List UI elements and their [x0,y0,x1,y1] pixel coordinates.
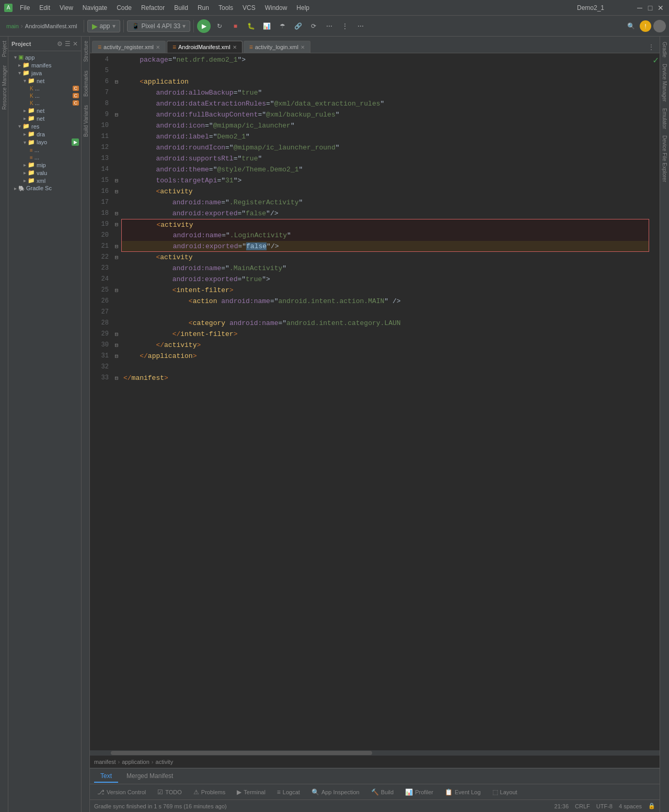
more-button-3[interactable]: ⋯ [354,19,367,33]
breadcrumb-manifest[interactable]: manifest [94,759,116,765]
panel-close-icon[interactable]: ✕ [73,40,78,48]
bottom-tab-build[interactable]: 🔨 Build [366,786,399,798]
tree-item-c1[interactable]: K ... C [8,85,81,92]
panel-expand-icon[interactable]: ☰ [65,40,71,48]
menu-tools[interactable]: Tools [214,3,237,13]
right-sidebar: Gradle Device Manager Emulator Device Fi… [660,37,669,812]
tree-item-mipmap[interactable]: ▸ 📁 mip [8,161,81,169]
menu-view[interactable]: View [55,3,77,13]
sync-button[interactable]: ⟳ [307,19,320,33]
tabs-overflow-button[interactable]: ⋮ [645,41,658,53]
device-file-tab[interactable]: Device File Explorer [660,132,669,185]
device-dropdown[interactable]: 📱 Pixel 4 API 33 ▾ [127,20,191,32]
gutter-18: ⊟ [112,208,121,219]
status-time[interactable]: 21:36 [555,803,569,809]
menu-build[interactable]: Build [170,3,192,13]
attach-button[interactable]: 🔗 [291,19,305,33]
bottom-tab-terminal[interactable]: ▶ Terminal [232,786,271,798]
menu-navigate[interactable]: Navigate [78,3,111,13]
tab-login-close[interactable]: ✕ [301,44,305,50]
tree-item-net-2[interactable]: ▸ 📁 net [8,107,81,114]
project-tab-label[interactable]: Project [0,37,8,61]
avatar[interactable] [653,20,666,32]
build-variants-tab-label[interactable]: Build Variants [82,101,89,141]
tree-item-label: net [37,78,44,84]
bottom-tab-profiler[interactable]: 📊 Profiler [400,786,439,798]
tree-item-xml-2[interactable]: ≡ ... [8,154,81,161]
tree-item-net-3[interactable]: ▸ 📁 net [8,114,81,122]
menu-vcs[interactable]: VCS [238,3,260,13]
menu-run[interactable]: Run [193,3,213,13]
refresh-button[interactable]: ↻ [213,19,226,33]
menu-refactor[interactable]: Refactor [137,3,169,13]
bottom-tab-layout[interactable]: ⬚ Layout [487,786,523,798]
tab-manifest[interactable]: ≡ AndroidManifest.xml ✕ [167,41,243,53]
kotlin-icon: K [30,93,33,99]
menu-window[interactable]: Window [261,3,292,13]
notifications-button[interactable]: ! [640,20,651,32]
status-indent[interactable]: 4 spaces [619,803,642,809]
bottom-tab-version-control[interactable]: ⎇ Version Control [92,786,151,798]
tree-item-manifests[interactable]: ▸ 📁 manifes [8,61,81,69]
debug-button[interactable]: 🐛 [244,19,258,33]
event-log-label: Event Log [455,789,481,795]
sub-tab-text[interactable]: Text [94,770,118,783]
tab-login[interactable]: ≡ activity_login.xml ✕ [244,41,310,53]
tree-item-values[interactable]: ▸ 📁 valu [8,169,81,177]
menu-file[interactable]: File [16,3,34,13]
tab-register-close[interactable]: ✕ [156,44,160,50]
panel-settings-icon[interactable]: ⚙ [57,40,63,48]
menu-code[interactable]: Code [112,3,136,13]
menu-help[interactable]: Help [292,3,314,13]
tree-item-layout[interactable]: ▾ 📁 layo ▶ [8,138,81,146]
tree-item-label: valu [37,170,47,176]
bottom-tab-todo[interactable]: ☑ TODO [152,786,187,798]
tab-register[interactable]: ≡ activity_register.xml ✕ [92,41,166,53]
search-button[interactable]: 🔍 [624,19,638,33]
bookmarks-tab-label[interactable]: Bookmarks [82,66,89,101]
tree-item-res[interactable]: ▾ 📁 res [8,122,81,130]
breadcrumb-activity[interactable]: activity [156,759,174,765]
dropdown-arrow-icon: ▾ [112,22,116,30]
stop-button[interactable]: ■ [228,19,242,33]
tree-item-gradle[interactable]: ▸ 🐘 Gradle Sc [8,184,81,192]
tree-item-drawable[interactable]: ▸ 📁 dra [8,130,81,138]
tree-item-java[interactable]: ▾ 📁 java [8,69,81,77]
tree-item-net-1[interactable]: ▾ 📁 net [8,77,81,85]
code-content[interactable]: package="net.drf.demo2_1"> <application … [121,53,660,750]
status-git-icon: 🔒 [648,803,655,809]
code-line-5 [121,65,649,76]
maximize-button[interactable]: □ [646,4,654,12]
tree-item-xml-1[interactable]: ≡ ... [8,146,81,154]
more-actions-button[interactable]: ⋯ [322,19,336,33]
structure-tab-label[interactable]: Structure [82,37,89,66]
bottom-tab-problems[interactable]: ⚠ Problems [188,786,230,798]
tree-item-c2[interactable]: K ... C [8,92,81,99]
emulator-tab[interactable]: Emulator [660,105,669,132]
main-breadcrumb[interactable]: main › AndroidManifest.xml [3,21,80,31]
bottom-tab-logcat[interactable]: ≡ Logcat [272,786,305,798]
status-charset[interactable]: UTF-8 [596,803,613,809]
close-button[interactable]: ✕ [656,4,665,12]
profile-button[interactable]: 📊 [260,19,273,33]
tree-item-c3[interactable]: K ... C [8,99,81,107]
breadcrumb-application[interactable]: application [122,759,149,765]
resource-manager-tab-label[interactable]: Resource Manager [0,61,8,114]
horizontal-scrollbar[interactable] [90,750,660,756]
coverage-button[interactable]: ☂ [275,19,289,33]
gradle-tab[interactable]: Gradle [660,39,669,61]
tab-manifest-close[interactable]: ✕ [233,44,237,50]
menu-edit[interactable]: Edit [35,3,54,13]
status-crlf[interactable]: CRLF [575,803,590,809]
tree-item-xml-folder[interactable]: ▸ 📁 xml [8,177,81,184]
more-button-2[interactable]: ⋮ [338,19,352,33]
tree-item-app[interactable]: ▾ ▣ app [8,53,81,61]
app-dropdown[interactable]: ▶ app ▾ [87,20,120,32]
device-manager-tab[interactable]: Device Manager [660,61,669,105]
bottom-tab-event-log[interactable]: 📋 Event Log [440,786,486,798]
scrollbar-thumb[interactable] [111,751,372,755]
minimize-button[interactable]: ─ [636,4,644,12]
sub-tab-merged[interactable]: Merged Manifest [120,770,179,783]
run-button[interactable]: ▶ [197,19,211,33]
bottom-tab-app-inspection[interactable]: 🔍 App Inspection [306,786,365,798]
